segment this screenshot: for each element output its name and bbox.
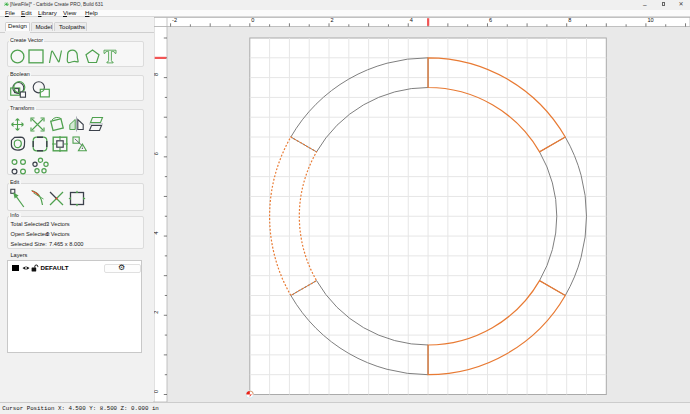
svg-text:2: 2 <box>331 17 334 23</box>
svg-text:6: 6 <box>489 17 492 23</box>
svg-text:4: 4 <box>153 231 159 234</box>
svg-text:-2: -2 <box>172 17 177 23</box>
svg-text:10: 10 <box>647 17 653 23</box>
svg-text:4: 4 <box>410 17 413 23</box>
svg-text:6: 6 <box>153 152 159 155</box>
svg-text:8: 8 <box>153 73 159 76</box>
svg-text:0: 0 <box>251 17 254 23</box>
svg-text:8: 8 <box>568 17 571 23</box>
svg-text:0: 0 <box>153 390 159 393</box>
svg-text:2: 2 <box>153 311 159 314</box>
